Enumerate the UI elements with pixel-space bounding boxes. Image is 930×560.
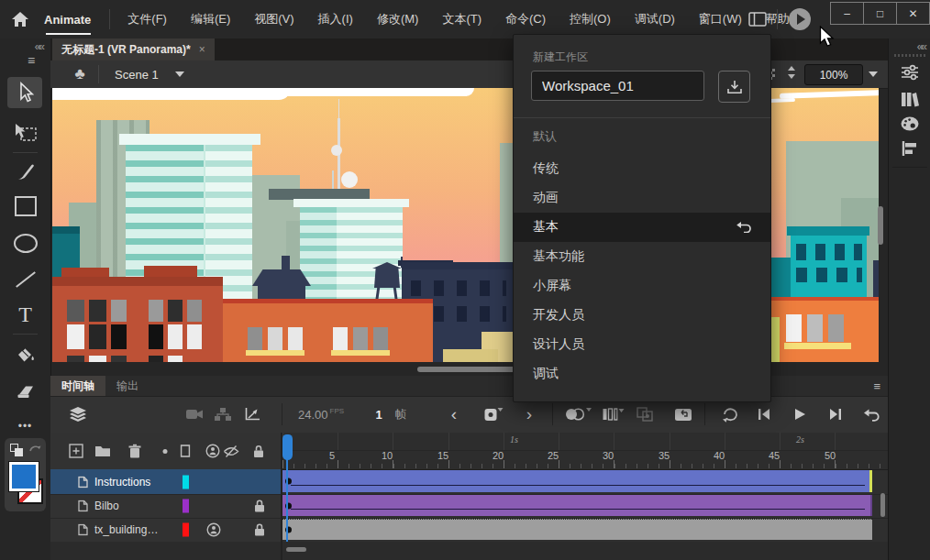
highlight-column-icon[interactable] — [163, 433, 168, 469]
scene-name[interactable]: Scene 1 — [115, 60, 159, 88]
menu-debug[interactable]: 调试(D) — [623, 0, 687, 38]
frame-span[interactable] — [282, 519, 872, 540]
show-hide-all-icon[interactable] — [223, 433, 239, 469]
prev-keyframe-button[interactable]: ‹ — [451, 396, 457, 433]
parenting-column-icon[interactable] — [205, 433, 220, 469]
menu-modify[interactable]: 修改(M) — [365, 0, 431, 38]
graph-editor-icon[interactable] — [244, 396, 260, 433]
rewind-button[interactable] — [862, 396, 880, 433]
menu-file[interactable]: 文件(F) — [116, 0, 179, 38]
tool-text[interactable]: T — [0, 299, 50, 330]
menu-window[interactable]: 窗口(W) — [687, 0, 754, 38]
layer-parenting-icon[interactable] — [206, 522, 221, 537]
layer-color-swatch[interactable] — [183, 475, 189, 489]
tool-selection[interactable] — [7, 77, 42, 108]
default-colors-icon[interactable] — [10, 444, 23, 456]
play-button[interactable] — [793, 396, 806, 433]
layer-parenting-icon[interactable] — [215, 396, 231, 433]
home-icon[interactable] — [0, 0, 40, 38]
tool-oval[interactable] — [0, 227, 50, 258]
fps-field[interactable]: 24.00FPS — [298, 396, 344, 433]
document-tab[interactable]: 无标题-1 (VR Panorama)* × — [52, 38, 215, 60]
frame-row-instructions[interactable] — [282, 469, 888, 495]
workspace-item-essential-functions[interactable]: 基本功能 — [514, 242, 770, 271]
test-movie-play-button[interactable] — [789, 8, 811, 30]
workspace-name-input[interactable] — [531, 71, 704, 101]
tool-line[interactable] — [0, 264, 50, 295]
tool-paint-bucket[interactable] — [0, 339, 50, 370]
camera-icon[interactable] — [185, 396, 204, 433]
frames-area[interactable]: 1s 2s 5 10 15 20 25 30 35 40 45 50 — [282, 433, 888, 560]
expand-panel-icon[interactable]: «« — [917, 40, 925, 53]
maximize-button[interactable]: □ — [864, 2, 897, 25]
workspace-switcher-icon[interactable] — [747, 12, 768, 27]
tween-span[interactable] — [282, 495, 872, 516]
menu-control[interactable]: 控制(O) — [558, 0, 623, 38]
tool-eraser[interactable] — [0, 376, 50, 407]
frame-row-bilbo[interactable] — [282, 494, 888, 519]
collapse-panel-icon[interactable]: «« — [35, 40, 43, 53]
stepper-down-icon[interactable] — [788, 74, 795, 79]
layer-row-instructions[interactable]: Instructions — [50, 469, 281, 495]
new-folder-button[interactable] — [94, 433, 111, 469]
zoom-stepper[interactable] — [788, 66, 795, 79]
edit-scene-icon[interactable]: ♣ — [69, 60, 91, 88]
stage-vertical-scrollbar[interactable] — [878, 206, 883, 245]
timeline-vertical-scrollbar[interactable] — [880, 493, 885, 517]
layers-view-icon[interactable] — [68, 396, 88, 433]
zoom-chevron-down-icon[interactable] — [869, 71, 878, 77]
minimize-button[interactable]: – — [830, 2, 864, 25]
panel-menu-icon[interactable]: ≡ — [28, 53, 35, 68]
timeline-horizontal-scrollbar[interactable] — [286, 547, 306, 552]
lock-all-icon[interactable] — [253, 433, 264, 469]
zoom-level-field[interactable]: 100% — [804, 64, 863, 85]
close-button[interactable]: ✕ — [897, 2, 930, 25]
lock-icon[interactable] — [254, 500, 265, 513]
app-name-tab[interactable]: Animate — [40, 0, 104, 38]
stepper-up-icon[interactable] — [788, 66, 795, 71]
tool-brush[interactable] — [0, 156, 50, 187]
insert-keyframe-button[interactable] — [485, 396, 497, 433]
align-panel-icon[interactable] — [889, 141, 930, 156]
workspace-item-debug[interactable]: 调试 — [514, 359, 770, 389]
menu-insert[interactable]: 插入(I) — [306, 0, 365, 38]
workspace-item-developer[interactable]: 开发人员 — [514, 301, 770, 330]
tween-span[interactable] — [282, 470, 872, 492]
frame-row-tx-building[interactable] — [282, 518, 888, 543]
color-panel-icon[interactable] — [889, 116, 930, 131]
tab-close-icon[interactable]: × — [199, 43, 205, 56]
workspace-item-classic[interactable]: 传统 — [514, 154, 770, 183]
step-forward-button[interactable] — [828, 396, 843, 433]
tab-timeline[interactable]: 时间轴 — [50, 376, 105, 396]
reset-workspace-icon[interactable] — [735, 221, 752, 233]
workspace-item-designer[interactable]: 设计人员 — [514, 330, 770, 359]
save-workspace-button[interactable] — [718, 71, 750, 103]
more-tools-button[interactable]: ••• — [0, 411, 50, 442]
current-frame-field[interactable]: 1 — [375, 396, 382, 433]
tool-free-transform[interactable] — [0, 117, 50, 148]
layer-color-swatch[interactable] — [183, 500, 189, 513]
menu-commands[interactable]: 命令(C) — [493, 0, 558, 38]
scene-chevron-down-icon[interactable] — [175, 71, 184, 77]
lock-icon[interactable] — [254, 523, 265, 537]
timeline-menu-icon[interactable]: ≡ — [873, 379, 880, 393]
menu-view[interactable]: 视图(V) — [242, 0, 305, 38]
stage-horizontal-scrollbar[interactable] — [417, 367, 516, 372]
timeline-ruler[interactable]: 1s 2s 5 10 15 20 25 30 35 40 45 50 — [282, 433, 888, 470]
workspace-item-animator[interactable]: 动画 — [514, 183, 770, 213]
workspace-item-essentials[interactable]: 基本 — [514, 213, 770, 242]
fill-color-swatch[interactable] — [9, 462, 39, 491]
layer-color-swatch[interactable] — [183, 523, 189, 537]
layer-row-tx-building[interactable]: tx_building… — [50, 518, 281, 543]
menu-text[interactable]: 文本(T) — [430, 0, 493, 38]
properties-panel-icon[interactable] — [889, 64, 930, 81]
swap-colors-icon[interactable] — [28, 443, 41, 454]
playhead[interactable] — [282, 434, 293, 460]
tab-output[interactable]: 输出 — [105, 376, 149, 396]
outline-column-icon[interactable] — [181, 433, 191, 469]
tool-rectangle[interactable] — [0, 191, 50, 222]
library-panel-icon[interactable] — [889, 91, 930, 107]
menu-edit[interactable]: 编辑(E) — [179, 0, 242, 38]
layer-row-bilbo[interactable]: Bilbo — [50, 494, 281, 519]
workspace-item-small-screen[interactable]: 小屏幕 — [514, 271, 770, 301]
